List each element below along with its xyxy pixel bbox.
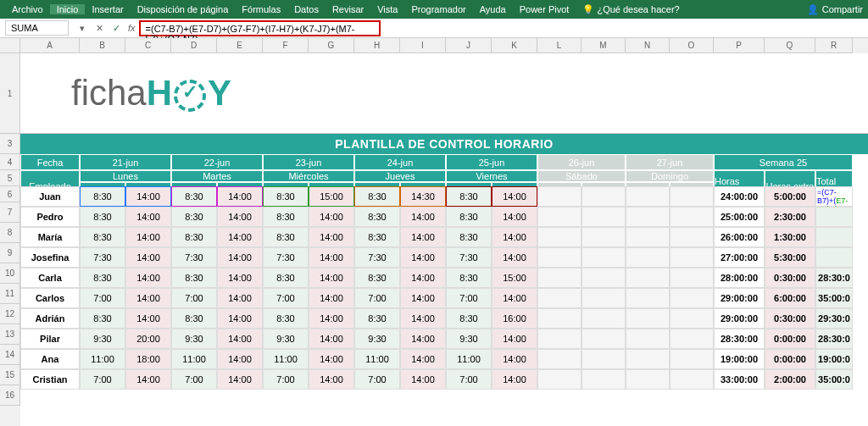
time-cell[interactable]: 14:00 bbox=[217, 207, 263, 227]
time-cell[interactable]: 8:30 bbox=[263, 227, 309, 247]
col-header-B[interactable]: B bbox=[80, 38, 125, 53]
time-cell[interactable] bbox=[537, 369, 581, 390]
select-all[interactable] bbox=[0, 38, 20, 53]
time-cell[interactable]: 8:30 bbox=[263, 308, 309, 329]
time-cell[interactable] bbox=[626, 186, 670, 207]
name-box[interactable]: SUMA bbox=[5, 20, 69, 36]
he-cell[interactable]: 0:30:00 bbox=[765, 308, 815, 329]
dropdown-icon[interactable]: ▾ bbox=[74, 23, 91, 34]
time-cell[interactable]: 9:30 bbox=[446, 329, 492, 349]
time-cell[interactable]: 7:00 bbox=[354, 288, 400, 308]
time-cell[interactable]: 8:30 bbox=[171, 227, 217, 247]
time-cell[interactable]: 14:30 bbox=[400, 186, 446, 207]
col-header-D[interactable]: D bbox=[171, 38, 217, 53]
time-cell[interactable]: 14:00 bbox=[309, 329, 354, 349]
time-cell[interactable] bbox=[670, 186, 714, 207]
time-cell[interactable]: 8:30 bbox=[446, 227, 492, 247]
total-cell[interactable] bbox=[815, 247, 853, 268]
time-cell[interactable] bbox=[670, 349, 714, 369]
he-cell[interactable]: 1:30:00 bbox=[765, 227, 815, 247]
tell-me[interactable]: 💡 ¿Qué desea hacer? bbox=[576, 4, 686, 15]
time-cell[interactable] bbox=[537, 329, 581, 349]
emp-cell[interactable]: Pilar bbox=[20, 329, 80, 349]
time-cell[interactable] bbox=[537, 207, 581, 227]
ribbon-programador[interactable]: Programador bbox=[404, 4, 472, 14]
time-cell[interactable]: 14:00 bbox=[400, 227, 446, 247]
time-cell[interactable] bbox=[537, 247, 581, 268]
ribbon-datos[interactable]: Datos bbox=[287, 4, 326, 14]
total-cell[interactable]: 28:30:0 bbox=[815, 268, 853, 288]
row-header-13[interactable]: 13 bbox=[0, 324, 20, 345]
time-cell[interactable] bbox=[626, 308, 670, 329]
formula-input[interactable]: =(C7-B7)+(E7-D7)+(G7-F7)+(I7-H7)+(K7-J7)… bbox=[139, 20, 381, 36]
time-cell[interactable] bbox=[581, 288, 626, 308]
time-cell[interactable]: 14:00 bbox=[125, 369, 171, 390]
time-cell[interactable]: 14:00 bbox=[217, 186, 263, 207]
time-cell[interactable]: 11:00 bbox=[446, 349, 492, 369]
col-header-K[interactable]: K bbox=[492, 38, 537, 53]
time-cell[interactable] bbox=[537, 268, 581, 288]
cancel-icon[interactable]: ✕ bbox=[91, 23, 108, 34]
col-header-J[interactable]: J bbox=[446, 38, 492, 53]
time-cell[interactable]: 7:00 bbox=[446, 288, 492, 308]
hn-cell[interactable]: 29:00:00 bbox=[714, 288, 765, 308]
time-cell[interactable]: 7:00 bbox=[171, 288, 217, 308]
row-header-14[interactable]: 14 bbox=[0, 345, 20, 365]
time-cell[interactable] bbox=[626, 369, 670, 390]
time-cell[interactable]: 14:00 bbox=[400, 268, 446, 288]
time-cell[interactable]: 8:30 bbox=[80, 227, 125, 247]
time-cell[interactable]: 14:00 bbox=[400, 349, 446, 369]
time-cell[interactable]: 8:30 bbox=[354, 186, 400, 207]
time-cell[interactable]: 7:00 bbox=[263, 369, 309, 390]
time-cell[interactable]: 14:00 bbox=[492, 369, 537, 390]
col-header-G[interactable]: G bbox=[309, 38, 354, 53]
row-header-6[interactable]: 6 bbox=[0, 186, 20, 202]
he-cell[interactable]: 0:00:00 bbox=[765, 349, 815, 369]
total-cell[interactable]: 35:00:0 bbox=[815, 288, 853, 308]
total-cell[interactable] bbox=[815, 207, 853, 227]
ribbon-disposicion[interactable]: Disposición de página bbox=[131, 4, 236, 14]
emp-cell[interactable]: Cristian bbox=[20, 369, 80, 390]
time-cell[interactable]: 14:00 bbox=[217, 329, 263, 349]
hn-cell[interactable]: 27:00:00 bbox=[714, 247, 765, 268]
emp-cell[interactable]: María bbox=[20, 227, 80, 247]
time-cell[interactable]: 14:00 bbox=[309, 349, 354, 369]
time-cell[interactable] bbox=[537, 288, 581, 308]
time-cell[interactable]: 11:00 bbox=[80, 349, 125, 369]
time-cell[interactable] bbox=[537, 186, 581, 207]
total-cell[interactable]: =(C7-B7)+(E7-D7)+(G7-F7)+(I7-H7)+(K7-J7)… bbox=[815, 186, 853, 207]
time-cell[interactable]: 15:00 bbox=[492, 268, 537, 288]
time-cell[interactable] bbox=[670, 329, 714, 349]
time-cell[interactable]: 14:00 bbox=[125, 207, 171, 227]
col-header-O[interactable]: O bbox=[670, 38, 714, 53]
ribbon-revisar[interactable]: Revisar bbox=[326, 4, 370, 14]
row-header-10[interactable]: 10 bbox=[0, 263, 20, 284]
time-cell[interactable]: 8:30 bbox=[446, 268, 492, 288]
time-cell[interactable]: 14:00 bbox=[217, 268, 263, 288]
time-cell[interactable] bbox=[670, 308, 714, 329]
col-header-M[interactable]: M bbox=[581, 38, 626, 53]
emp-cell[interactable]: Adrián bbox=[20, 308, 80, 329]
time-cell[interactable] bbox=[581, 247, 626, 268]
time-cell[interactable]: 9:30 bbox=[354, 329, 400, 349]
time-cell[interactable]: 8:30 bbox=[171, 308, 217, 329]
time-cell[interactable]: 14:00 bbox=[492, 349, 537, 369]
time-cell[interactable]: 8:30 bbox=[80, 268, 125, 288]
time-cell[interactable] bbox=[537, 227, 581, 247]
total-cell[interactable]: 19:00:0 bbox=[815, 349, 853, 369]
row-header-7[interactable]: 7 bbox=[0, 202, 20, 223]
he-cell[interactable]: 0:00:00 bbox=[765, 329, 815, 349]
ribbon-formulas[interactable]: Fórmulas bbox=[235, 4, 287, 14]
hn-cell[interactable]: 19:00:00 bbox=[714, 349, 765, 369]
time-cell[interactable]: 14:00 bbox=[125, 247, 171, 268]
time-cell[interactable] bbox=[581, 369, 626, 390]
time-cell[interactable]: 14:00 bbox=[309, 227, 354, 247]
time-cell[interactable] bbox=[537, 349, 581, 369]
row-header-16[interactable]: 16 bbox=[0, 385, 20, 406]
time-cell[interactable]: 7:30 bbox=[263, 247, 309, 268]
total-cell[interactable]: 29:30:0 bbox=[815, 308, 853, 329]
time-cell[interactable]: 14:00 bbox=[125, 308, 171, 329]
col-header-F[interactable]: F bbox=[263, 38, 309, 53]
time-cell[interactable]: 7:30 bbox=[171, 247, 217, 268]
time-cell[interactable]: 14:00 bbox=[400, 288, 446, 308]
